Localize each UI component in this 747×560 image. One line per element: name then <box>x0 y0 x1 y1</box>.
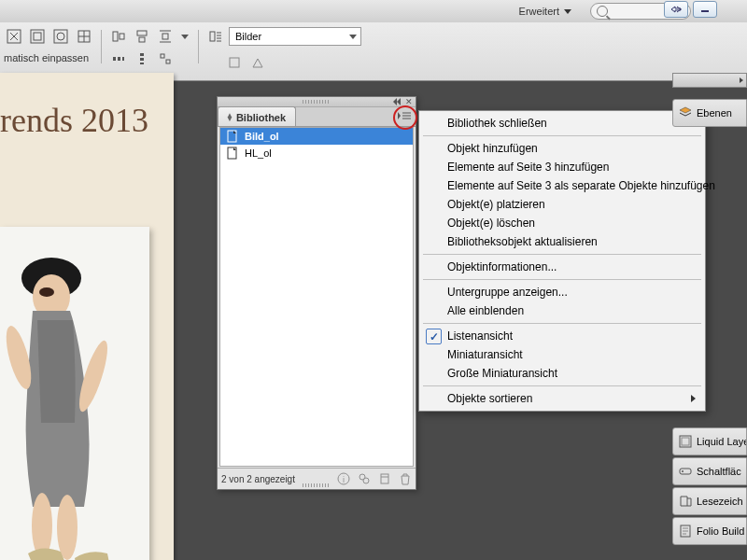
distribute-button-2[interactable] <box>132 49 152 69</box>
distribute-button-1[interactable] <box>108 49 129 69</box>
dock-collapse-bar[interactable] <box>672 73 747 88</box>
menu-separator <box>423 135 701 136</box>
svg-rect-10 <box>139 37 145 42</box>
menu-item[interactable]: Bibliotheksobjekt aktualisieren <box>421 232 703 251</box>
svg-rect-8 <box>120 34 124 39</box>
svg-rect-18 <box>161 54 164 58</box>
panel-flyout-menu: Bibliothek schließenObjekt hinzufügenEle… <box>418 110 706 412</box>
svg-rect-21 <box>230 58 239 67</box>
dock-label: Lesezeich <box>697 496 743 507</box>
align-dropdown[interactable] <box>178 26 191 47</box>
menu-item[interactable]: Objekte sortieren <box>421 389 703 408</box>
dock-label: Folio Build <box>697 525 744 537</box>
svg-point-5 <box>57 33 64 40</box>
panel-flyout-menu-button[interactable] <box>396 108 413 123</box>
library-tab[interactable]: ▲▼ Bibliothek <box>218 106 296 126</box>
toolbar-separator <box>101 30 102 63</box>
panel-tab-row: ▲▼ Bibliothek <box>218 107 416 127</box>
workspace-dropdown[interactable]: Erweitert <box>510 4 583 19</box>
svg-rect-12 <box>113 57 116 61</box>
dock-item-folio[interactable]: Folio Build <box>672 517 747 545</box>
app-top-bar: Erweitert <box>0 0 747 23</box>
library-item-list[interactable]: Bild_ol HL_ol <box>219 127 414 467</box>
placed-image[interactable] <box>0 227 149 560</box>
right-panel-dock: Ebenen Liquid Laye Schaltfläc Lesezeich … <box>672 73 747 560</box>
svg-rect-9 <box>137 31 147 35</box>
content-type-combo[interactable]: Bilder <box>229 27 361 46</box>
chevron-down-icon <box>564 9 571 14</box>
info-icon[interactable]: i <box>337 472 350 485</box>
fit-frame-button-2[interactable] <box>27 26 48 47</box>
restore-window-button[interactable] <box>664 1 688 18</box>
page-icon <box>226 130 239 143</box>
liquid-layout-icon <box>678 434 693 449</box>
align-button-1[interactable] <box>108 26 129 47</box>
menu-item[interactable]: Untergruppe anzeigen... <box>421 283 703 301</box>
resize-grip-icon[interactable] <box>303 483 331 487</box>
menu-separator <box>423 323 701 324</box>
check-icon: ✓ <box>426 329 442 344</box>
svg-rect-20 <box>210 32 215 41</box>
extra-button-1[interactable] <box>224 52 245 73</box>
dock-item-buttons[interactable]: Schaltfläc <box>672 457 747 485</box>
minimize-window-button[interactable] <box>693 1 717 18</box>
svg-rect-17 <box>140 63 144 64</box>
menu-item[interactable]: Miniaturansicht <box>421 345 703 364</box>
library-item[interactable]: Bild_ol <box>220 128 413 145</box>
distribute-button-3[interactable] <box>155 49 176 69</box>
item-label: Bild_ol <box>245 131 279 142</box>
menu-item[interactable]: Objekt(e) platzieren <box>421 195 703 214</box>
svg-rect-3 <box>34 33 41 40</box>
dock-label: Ebenen <box>697 107 732 119</box>
dock-label: Liquid Laye <box>697 436 747 447</box>
library-panel: ✕ ▲▼ Bibliothek Bild_ol HL_ol 2 von 2 an… <box>217 96 416 490</box>
panel-status-bar: 2 von 2 angezeigt i <box>218 468 416 489</box>
menu-item[interactable]: Elemente auf Seite 3 hinzufügen <box>421 158 703 176</box>
document-page[interactable]: rends 2013 <box>0 73 174 560</box>
svg-rect-39 <box>680 469 691 474</box>
menu-item[interactable]: Listenansicht✓ <box>421 327 703 345</box>
menu-item[interactable]: Objekt(e) löschen <box>421 214 703 232</box>
fit-frame-button-4[interactable] <box>74 26 94 47</box>
svg-text:i: i <box>343 475 345 484</box>
align-button-3[interactable] <box>155 26 176 47</box>
collapse-panel-icon[interactable] <box>392 98 402 106</box>
new-item-icon[interactable] <box>378 472 391 485</box>
item-label: HL_ol <box>245 147 272 159</box>
svg-rect-38 <box>682 438 689 445</box>
svg-rect-19 <box>166 60 170 63</box>
menu-item[interactable]: Objektinformationen... <box>421 258 703 276</box>
filter-icon[interactable] <box>358 472 371 485</box>
svg-rect-13 <box>118 57 120 61</box>
library-item[interactable]: HL_ol <box>220 145 413 161</box>
toolbar-separator <box>198 30 199 63</box>
auto-fit-label: matisch einpassen <box>4 49 94 63</box>
svg-rect-14 <box>122 57 124 61</box>
fit-frame-button-1[interactable] <box>4 26 24 47</box>
extra-button-2[interactable] <box>247 52 268 73</box>
svg-point-29 <box>57 495 78 560</box>
fit-frame-button-3[interactable] <box>50 26 71 47</box>
trash-icon[interactable] <box>399 472 412 485</box>
menu-separator <box>423 279 701 280</box>
close-panel-icon[interactable]: ✕ <box>403 98 414 106</box>
workspace-label: Erweitert <box>519 6 559 17</box>
menu-item[interactable]: Große Miniaturansicht <box>421 364 703 383</box>
menu-item[interactable]: Bibliothek schließen <box>421 114 703 133</box>
svg-point-35 <box>363 478 369 483</box>
menu-item[interactable]: Objekt hinzufügen <box>421 139 703 158</box>
menu-item[interactable]: Alle einblenden <box>421 301 703 320</box>
menu-item[interactable]: Elemente auf Seite 3 als separate Objekt… <box>421 176 703 195</box>
dock-item-ebenen[interactable]: Ebenen <box>672 99 747 127</box>
svg-rect-7 <box>113 32 118 41</box>
dock-item-liquid[interactable]: Liquid Laye <box>672 427 747 455</box>
svg-rect-36 <box>381 474 388 483</box>
sort-arrows-icon: ▲▼ <box>226 114 233 121</box>
expand-arrow-icon <box>740 77 743 83</box>
dock-item-bookmarks[interactable]: Lesezeich <box>672 487 747 515</box>
align-button-2[interactable] <box>132 26 152 47</box>
fashion-model-image <box>0 227 149 560</box>
svg-rect-0 <box>701 10 709 12</box>
svg-point-40 <box>682 470 684 472</box>
status-text: 2 von 2 angezeigt <box>221 474 295 484</box>
